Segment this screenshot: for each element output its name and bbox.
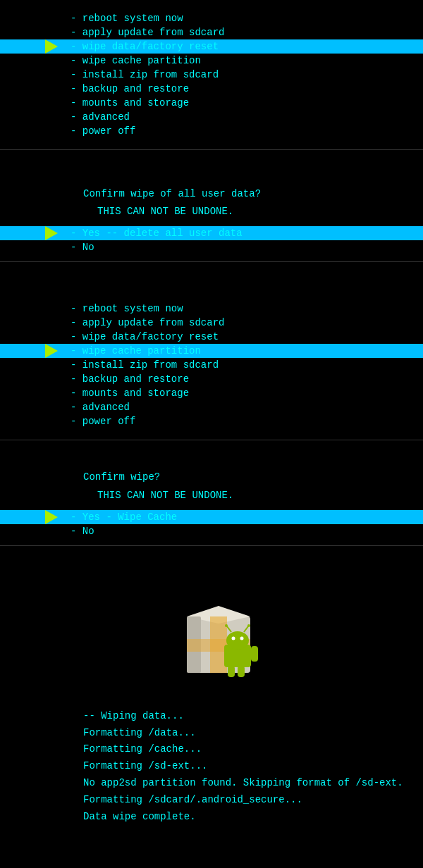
log-line-7: Data wipe complete.: [0, 809, 423, 826]
menu-item-text: - reboot system now: [70, 302, 423, 316]
selection-arrow-icon: [45, 344, 58, 358]
table-row[interactable]: - install zip from sdcard: [0, 358, 423, 372]
menu-item-text: - advanced: [70, 400, 423, 414]
selection-arrow-icon: [45, 510, 58, 524]
table-row[interactable]: - Yes - Wipe Cache: [0, 510, 423, 524]
menu-item-text: - apply update from sdcard: [70, 316, 423, 330]
arrow-spacer: [0, 11, 70, 25]
confirm-title-text-2: Confirm wipe?: [83, 469, 423, 486]
spacer: [0, 262, 423, 290]
menu-item-text: - backup and restore: [70, 82, 423, 96]
log-line-5: No app2sd partition found. Skipping form…: [0, 775, 423, 792]
arrow-spacer: [0, 330, 70, 344]
menu-item-text: - wipe cache partition: [70, 54, 423, 68]
table-row[interactable]: - power off: [0, 124, 423, 138]
menu-section-2: - reboot system now - apply update from …: [0, 290, 423, 440]
table-row[interactable]: - reboot system now: [0, 11, 423, 25]
android-robot-icon: [148, 574, 275, 694]
table-row[interactable]: - mounts and storage: [0, 96, 423, 110]
menu-list-2: - reboot system now - apply update from …: [0, 297, 423, 433]
menu-item-text: - wipe data/factory reset: [70, 39, 423, 54]
arrow-spacer: [0, 226, 70, 240]
android-antenna-left-tip: [225, 624, 228, 627]
arrow-spacer: [0, 400, 70, 414]
arrow-spacer: [0, 96, 70, 110]
arrow-spacer: [0, 372, 70, 386]
confirm-section-1: Confirm wipe of all user data? THIS CAN …: [0, 178, 423, 262]
table-row[interactable]: - wipe cache partition: [0, 54, 423, 68]
arrow-spacer: [0, 414, 70, 428]
table-row[interactable]: - backup and restore: [0, 372, 423, 386]
confirm-yes-text: - Yes -- delete all user data: [70, 226, 423, 240]
confirm-title-2: Confirm wipe? THIS CAN NOT BE UNDONE.: [0, 469, 423, 504]
table-row[interactable]: - Yes -- delete all user data: [0, 226, 423, 240]
table-row[interactable]: - mounts and storage: [0, 386, 423, 400]
menu-item-text: - install zip from sdcard: [70, 68, 423, 82]
table-row[interactable]: - reboot system now: [0, 302, 423, 316]
table-row[interactable]: - advanced: [0, 110, 423, 124]
arrow-spacer: [0, 25, 70, 39]
table-row[interactable]: - wipe cache partition: [0, 344, 423, 358]
menu-section-1: - reboot system now - apply update from …: [0, 0, 423, 150]
spacer: [0, 150, 423, 178]
arrow-spacer: [0, 358, 70, 372]
android-head: [226, 631, 249, 650]
confirm-subtitle-text-2: THIS CAN NOT BE UNDONE.: [83, 487, 423, 504]
arrow-spacer: [0, 344, 70, 358]
log-line-6: Formatting /sdcard/.android_secure...: [0, 792, 423, 809]
arrow-spacer: [0, 124, 70, 138]
log-line-2: Formatting /data...: [0, 725, 423, 742]
menu-item-text: - wipe data/factory reset: [70, 330, 423, 344]
arrow-spacer: [0, 316, 70, 330]
confirm-subtitle-text: THIS CAN NOT BE UNDONE.: [83, 203, 423, 221]
log-line-3: Formatting /cache...: [0, 741, 423, 758]
table-row[interactable]: - apply update from sdcard: [0, 25, 423, 39]
confirm-title-1: Confirm wipe of all user data? THIS CAN …: [0, 185, 423, 221]
arrow-spacer: [0, 68, 70, 82]
android-arm: [251, 646, 258, 662]
table-row[interactable]: - wipe data/factory reset: [0, 330, 423, 344]
android-leg-left: [228, 666, 235, 677]
selection-arrow-icon: [45, 226, 58, 240]
menu-list-1: - reboot system now - apply update from …: [0, 7, 423, 142]
arrow-spacer: [0, 39, 70, 54]
menu-item-text: - apply update from sdcard: [70, 25, 423, 39]
log-line-4: Formatting /sd-ext...: [0, 758, 423, 775]
arrow-spacer: [0, 240, 70, 254]
android-leg-right: [238, 666, 245, 677]
spacer: [0, 440, 423, 461]
menu-item-text: - wipe cache partition: [70, 344, 423, 358]
android-image-area: [0, 546, 423, 701]
confirm-no-text: - No: [70, 240, 423, 254]
menu-item-text: - backup and restore: [70, 372, 423, 386]
android-antenna-right-tip: [247, 624, 250, 627]
menu-item-text: - mounts and storage: [70, 96, 423, 110]
log-line-1: -- Wiping data...: [0, 708, 423, 725]
menu-item-text: - reboot system now: [70, 11, 423, 25]
android-eye-left: [232, 636, 235, 640]
table-row[interactable]: - power off: [0, 414, 423, 428]
selection-arrow-icon: [45, 39, 58, 54]
arrow-spacer: [0, 524, 70, 538]
table-row[interactable]: - backup and restore: [0, 82, 423, 96]
arrow-spacer: [0, 82, 70, 96]
arrow-spacer: [0, 302, 70, 316]
table-row[interactable]: - wipe data/factory reset: [0, 39, 423, 54]
menu-item-text: - install zip from sdcard: [70, 358, 423, 372]
table-row[interactable]: - advanced: [0, 400, 423, 414]
confirm-no-text-2: - No: [70, 524, 423, 538]
confirm-yes-wipe-text: - Yes - Wipe Cache: [70, 510, 423, 524]
confirm-section-2: Confirm wipe? THIS CAN NOT BE UNDONE. - …: [0, 461, 423, 545]
log-section: -- Wiping data... Formatting /data... Fo…: [0, 701, 423, 826]
table-row[interactable]: - No: [0, 524, 423, 538]
table-row[interactable]: - apply update from sdcard: [0, 316, 423, 330]
table-row[interactable]: - No: [0, 240, 423, 254]
menu-item-text: - mounts and storage: [70, 386, 423, 400]
arrow-spacer: [0, 54, 70, 68]
confirm-title-text: Confirm wipe of all user data?: [83, 185, 423, 203]
menu-item-text: - power off: [70, 414, 423, 428]
arrow-spacer: [0, 110, 70, 124]
arrow-spacer: [0, 510, 70, 524]
menu-item-text: - advanced: [70, 110, 423, 124]
table-row[interactable]: - install zip from sdcard: [0, 68, 423, 82]
